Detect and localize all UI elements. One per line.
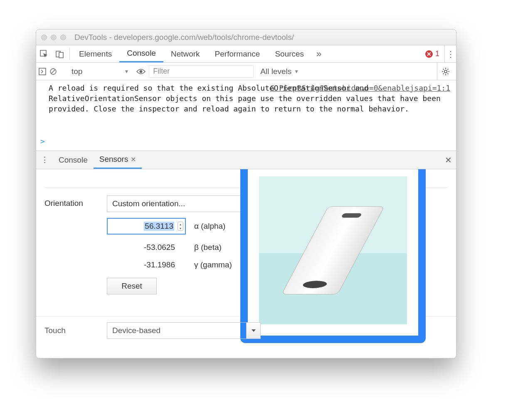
- console-toggle-sidebar-icon[interactable]: [39, 68, 46, 75]
- orientation-visualizer[interactable]: [259, 176, 407, 324]
- drawer-tab-sensors-label: Sensors: [99, 155, 128, 164]
- error-icon: ✕: [425, 50, 433, 58]
- window-title: DevTools - developers.google.com/web/too…: [74, 33, 451, 42]
- stepper-icon[interactable]: ▴▾: [178, 222, 183, 231]
- traffic-lights: [41, 35, 66, 40]
- gamma-label: γ (gamma): [194, 260, 232, 269]
- beta-label: β (beta): [194, 243, 222, 252]
- svg-line-14: [443, 73, 444, 74]
- context-select[interactable]: top ▼: [67, 65, 133, 78]
- svg-point-6: [140, 70, 143, 73]
- tabs-overflow-icon[interactable]: »: [311, 45, 326, 62]
- separator: [69, 48, 70, 60]
- alpha-value: 56.3113: [144, 222, 174, 231]
- touch-value: Device-based: [107, 326, 165, 335]
- chevron-down-icon: ▼: [124, 69, 129, 74]
- main-tabbar: Elements Console Network Performance Sou…: [36, 45, 456, 63]
- tab-performance[interactable]: Performance: [207, 45, 268, 62]
- clear-console-icon[interactable]: [49, 68, 57, 75]
- devtools-window: DevTools - developers.google.com/web/too…: [36, 29, 456, 358]
- reset-button[interactable]: Reset: [107, 278, 157, 294]
- chevron-down-icon: [246, 323, 260, 338]
- tab-sources[interactable]: Sources: [267, 45, 311, 62]
- eye-icon[interactable]: [136, 68, 146, 75]
- drawer-more-icon[interactable]: ⋮: [36, 151, 53, 169]
- svg-line-13: [447, 73, 448, 74]
- main-menu-icon[interactable]: ⋮: [444, 45, 456, 62]
- zoom-window-icon[interactable]: [60, 35, 66, 40]
- device-toggle-icon[interactable]: [52, 45, 68, 62]
- drawer-close-icon[interactable]: ✕: [445, 151, 452, 169]
- phone-model[interactable]: [281, 206, 385, 294]
- svg-point-7: [444, 70, 446, 72]
- drawer-tabbar: ⋮ Console Sensors ✕ ✕: [36, 151, 456, 169]
- inspect-icon[interactable]: [36, 45, 52, 62]
- error-count-badge[interactable]: ✕ 1: [422, 45, 443, 62]
- close-tab-icon[interactable]: ✕: [131, 156, 136, 163]
- console-toolbar: top ▼ All levels ▼: [36, 63, 456, 80]
- drawer-tab-console[interactable]: Console: [53, 151, 94, 169]
- levels-label: All levels: [260, 67, 291, 76]
- console-filter-input[interactable]: [149, 65, 254, 78]
- minimize-window-icon[interactable]: [51, 35, 57, 40]
- svg-line-12: [443, 69, 444, 69]
- orientation-label: Orientation: [44, 195, 107, 208]
- chevron-down-icon: ▼: [294, 69, 299, 74]
- orientation-preset-select[interactable]: Custom orientation...: [107, 195, 261, 212]
- tab-elements[interactable]: Elements: [72, 45, 119, 62]
- drawer-tab-console-label: Console: [59, 156, 88, 165]
- error-count: 1: [435, 49, 439, 58]
- touch-label: Touch: [44, 326, 107, 335]
- alpha-label: α (alpha): [194, 222, 225, 231]
- console-prompt[interactable]: >: [40, 136, 45, 146]
- orientation-visualizer-highlight: [240, 169, 426, 343]
- console-output: G P6rpRSr4g?autohide…o=0&enablejsapi=1:1…: [36, 80, 456, 151]
- message-source-link[interactable]: G P6rpRSr4g?autohide…o=0&enablejsapi=1:1: [270, 83, 450, 93]
- close-window-icon[interactable]: [41, 35, 47, 40]
- context-value: top: [72, 67, 82, 76]
- gamma-value[interactable]: -31.1986: [107, 260, 186, 269]
- svg-line-15: [447, 69, 448, 69]
- console-settings-icon[interactable]: [437, 63, 454, 80]
- drawer-tab-sensors[interactable]: Sensors ✕: [94, 151, 142, 169]
- beta-value[interactable]: -53.0625: [107, 243, 186, 252]
- touch-select[interactable]: Device-based: [107, 322, 261, 339]
- sensors-panel: Orientation Custom orientation... 56.311…: [36, 169, 456, 358]
- orientation-preset-value: Custom orientation...: [107, 199, 246, 208]
- tab-console[interactable]: Console: [119, 45, 163, 62]
- log-levels-select[interactable]: All levels ▼: [257, 67, 302, 76]
- alpha-input[interactable]: 56.3113 ▴▾: [107, 218, 186, 235]
- svg-line-5: [51, 69, 55, 74]
- svg-rect-2: [59, 52, 63, 58]
- titlebar: DevTools - developers.google.com/web/too…: [36, 30, 456, 45]
- tab-network[interactable]: Network: [163, 45, 207, 62]
